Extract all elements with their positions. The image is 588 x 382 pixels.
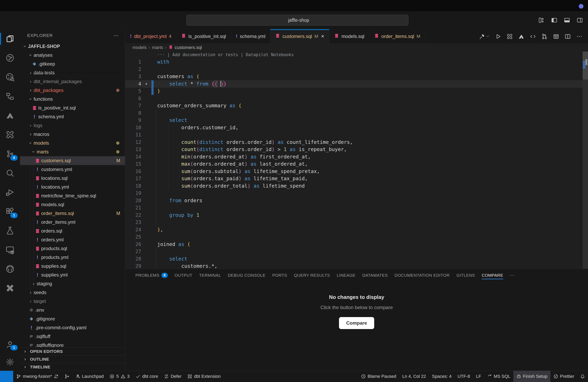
activity-dbt-project[interactable]	[0, 48, 20, 68]
sidebar-section-open-editors[interactable]: ›OPEN EDITORS	[20, 347, 125, 355]
code-line-8[interactable]: 8	[125, 110, 588, 117]
status-defer[interactable]: Defer	[161, 371, 184, 382]
copilot-button[interactable]	[414, 11, 416, 29]
code-line-24[interactable]: 24),	[125, 226, 588, 233]
activity-altimate[interactable]	[0, 106, 20, 125]
status-eol[interactable]: LF	[473, 371, 484, 382]
status-blame[interactable]: Blame Paused	[358, 371, 399, 382]
code-line-27[interactable]: 27	[125, 248, 588, 255]
activity-dbt-power-user-alt[interactable]	[0, 279, 20, 298]
action-compiled-code[interactable]	[530, 33, 536, 39]
compare-button[interactable]: Compare	[339, 317, 374, 329]
status-launchpad[interactable]: Launchpad	[72, 371, 107, 382]
status-prettier[interactable]: Prettier	[550, 371, 577, 382]
code-line-19[interactable]: 19	[125, 190, 588, 197]
code-line-18[interactable]: 18 sum(orders.order_total) as lifetime_s…	[125, 182, 588, 190]
status-git-graph[interactable]	[62, 371, 72, 382]
panel-tab--[interactable]: ⋯	[507, 269, 518, 282]
tree-file-.gitkeep[interactable]: .gitkeep	[20, 59, 125, 68]
panel-tab-gitlens[interactable]: GITLENS	[453, 269, 478, 282]
activity-run-debug[interactable]	[0, 183, 20, 202]
panel-tab-lineage[interactable]: LINEAGE	[333, 269, 359, 282]
action-query-results-table[interactable]	[553, 33, 559, 39]
code-line-3[interactable]: 3customers as (	[125, 73, 588, 80]
activity-dbt-power-user[interactable]	[0, 125, 20, 144]
tree-file-metricflow_time_spine.sql[interactable]: metricflow_time_spine.sql	[20, 191, 125, 200]
editor-tab-customers.sql[interactable]: customers.sqlM✕	[270, 29, 329, 43]
activity-accounts[interactable]: 1	[0, 336, 20, 353]
breadcrumb-item[interactable]: models	[132, 45, 147, 50]
tree-file-.env[interactable]: .env	[20, 306, 125, 314]
tree-file-.pre-commit-config.yaml[interactable]: !.pre-commit-config.yaml	[20, 323, 125, 332]
panel-tab-compare[interactable]: COMPARE	[478, 269, 507, 282]
editor-tab-models.sql[interactable]: models.sql	[329, 29, 369, 43]
activity-lineage[interactable]	[0, 87, 20, 106]
code-line-29[interactable]: 29 customers.*,	[125, 263, 588, 269]
panel-tab-query-results[interactable]: QUERY RESULTS	[290, 269, 333, 282]
gutter-add-button[interactable]: +	[143, 81, 150, 87]
codelens[interactable]: ··· | Add documentation or tests | Datap…	[125, 52, 588, 58]
tree-folder-staging[interactable]: ›staging	[20, 279, 125, 288]
code-line-7[interactable]: 7customer_orders_summary as (	[125, 102, 588, 110]
status-notifications[interactable]	[577, 371, 588, 382]
action-more-actions[interactable]	[576, 33, 582, 39]
code-editor[interactable]: ··· | Add documentation or tests | Datap…	[125, 52, 588, 269]
panel-tab-output[interactable]: OUTPUT	[171, 269, 196, 282]
action-run-query[interactable]	[495, 33, 501, 39]
activity-search[interactable]	[0, 163, 20, 183]
activity-source-control[interactable]: 4	[0, 144, 20, 163]
code-line-22[interactable]: 22 group by 1	[125, 211, 588, 219]
status-problems[interactable]: 53	[106, 371, 133, 382]
panel-tab-debug-console[interactable]: DEBUG CONSOLE	[224, 269, 269, 282]
panel-tab-ports[interactable]: PORTS	[269, 269, 290, 282]
tree-folder-target[interactable]: ›target	[20, 297, 125, 306]
code-line-11[interactable]: 11	[125, 131, 588, 139]
code-line-12[interactable]: 12 count(distinct orders.order_id) as co…	[125, 139, 588, 146]
toggle-sidebar-right-icon[interactable]	[577, 17, 583, 23]
tree-file-schema.yml[interactable]: !schema.yml	[20, 112, 125, 121]
panel-tab-documentation-editor[interactable]: DOCUMENTATION EDITOR	[391, 269, 453, 282]
code-line-16[interactable]: 16 sum(orders.subtotal) as lifetime_spen…	[125, 168, 588, 175]
tree-folder-logs[interactable]: ›logs	[20, 121, 125, 130]
panel-tab-terminal[interactable]: TERMINAL	[196, 269, 224, 282]
sidebar-section-timeline[interactable]: ›TIMELINE	[20, 363, 125, 371]
sidebar-section-outline[interactable]: ›OUTLINE	[20, 355, 125, 363]
tree-file-products.sql[interactable]: products.sql	[20, 244, 125, 253]
panel-tab-problems[interactable]: PROBLEMS8	[132, 269, 171, 282]
breadcrumb-item[interactable]: marts	[152, 45, 163, 50]
editor-tab-dbt_project.yml[interactable]: !dbt_project.yml4	[125, 29, 176, 43]
editor-tab-schema.yml[interactable]: !schema.yml	[231, 29, 270, 43]
status-dbt-extension[interactable]: dbt Extension	[184, 371, 224, 382]
status-cursor-position[interactable]: Ln 4, Col 22	[399, 371, 429, 382]
tree-file-is_positive_int.sql[interactable]: is_positive_int.sql	[20, 103, 125, 112]
activity-extensions[interactable]: 1	[0, 202, 20, 221]
code-line-13[interactable]: 13 count(distinct orders.order_id) > 1 a…	[125, 146, 588, 153]
close-tab-icon[interactable]: ✕	[321, 34, 325, 39]
code-line-20[interactable]: 20 from orders	[125, 197, 588, 204]
editor-tab-is_positive_int.sql[interactable]: is_positive_int.sql	[176, 29, 231, 43]
code-line-28[interactable]: 28 select	[125, 255, 588, 263]
tree-folder-data-tests[interactable]: ›data-tests	[20, 68, 125, 77]
code-line-15[interactable]: 15 max(orders.ordered_at) as last_ordere…	[125, 160, 588, 168]
code-line-6[interactable]: 6	[125, 95, 588, 102]
tree-folder-functions[interactable]: ›functions	[20, 95, 125, 103]
code-line-9[interactable]: 9 select	[125, 117, 588, 124]
code-line-23[interactable]: 23	[125, 219, 588, 226]
tree-file-models.sql[interactable]: models.sql	[20, 200, 125, 209]
status-git-branch[interactable]: mwong-fusion*	[13, 371, 62, 382]
action-dbt-power-user-action[interactable]	[507, 33, 513, 39]
action-dbt-build[interactable]	[479, 33, 490, 39]
explorer-more-icon[interactable]: ⋯	[114, 33, 119, 39]
action-altimate-action[interactable]	[518, 33, 525, 39]
tree-folder-models[interactable]: ›models	[20, 139, 125, 148]
code-line-17[interactable]: 17 sum(orders.tax_paid) as lifetime_tax_…	[125, 175, 588, 182]
customize-layout-icon[interactable]	[538, 17, 545, 23]
activity-dbt-project-search[interactable]	[0, 68, 20, 87]
code-line-21[interactable]: 21	[125, 204, 588, 211]
code-line-4[interactable]: +4 select * from {{ }}	[125, 80, 588, 88]
activity-testing[interactable]	[0, 221, 20, 240]
tree-file-order_items.yml[interactable]: !order_items.yml	[20, 218, 125, 227]
tree-file-customers.sql[interactable]: customers.sqlM	[20, 156, 125, 165]
activity-github[interactable]	[0, 259, 20, 279]
code-line-14[interactable]: 14 min(orders.ordered_at) as first_order…	[125, 153, 588, 161]
